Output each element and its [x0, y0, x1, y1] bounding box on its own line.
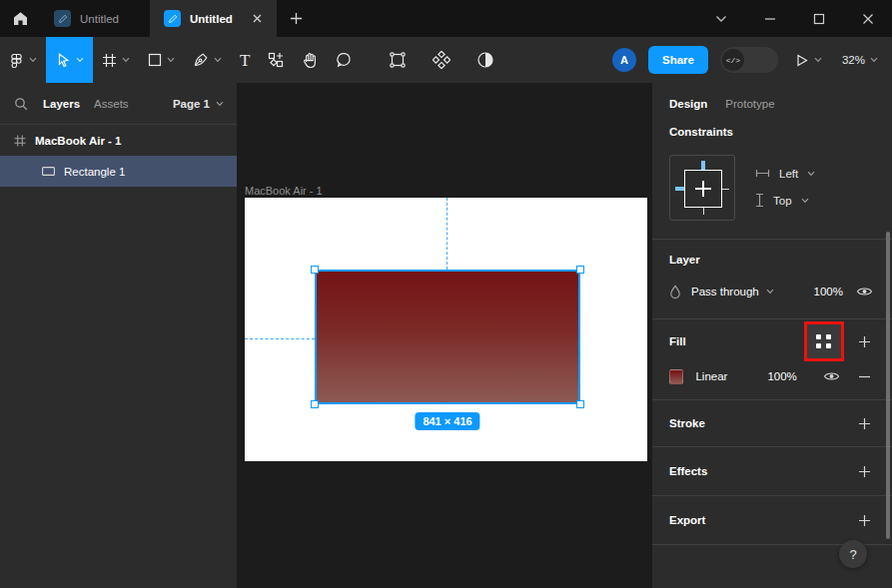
chevron-down-icon [29, 57, 37, 63]
mask-button[interactable] [474, 49, 496, 71]
chevron-down-icon [814, 57, 822, 63]
tab-assets[interactable]: Assets [94, 98, 129, 110]
move-cursor-icon [55, 52, 71, 68]
present-button[interactable] [790, 53, 826, 68]
frame-layer-icon [14, 135, 26, 147]
help-button[interactable]: ? [839, 540, 867, 568]
add-effect-button[interactable] [853, 460, 875, 482]
tab-prototype[interactable]: Prototype [725, 98, 774, 110]
plus-icon [290, 12, 303, 25]
alignment-guide-horizontal [245, 338, 315, 339]
effects-section: Effects [652, 447, 892, 495]
layers-panel-header: Layers Assets Page 1 [0, 83, 237, 125]
layers-panel: Layers Assets Page 1 MacBook Air - 1 Rec… [0, 83, 237, 588]
create-component-button[interactable] [431, 49, 452, 71]
chevron-down-icon [216, 101, 224, 107]
figma-file-icon [54, 10, 71, 27]
zoom-level-control[interactable]: 32% [838, 54, 882, 66]
resize-handle-top-right[interactable] [576, 266, 584, 274]
tab-close-icon[interactable] [252, 13, 263, 24]
tab-layers[interactable]: Layers [43, 98, 80, 110]
constraints-widget[interactable] [669, 155, 735, 221]
maximize-button[interactable] [794, 0, 843, 37]
avatar[interactable]: A [612, 48, 636, 72]
chevron-down-icon [801, 198, 809, 204]
resize-handle-bottom-left[interactable] [311, 400, 319, 408]
layer-name: Rectangle 1 [64, 166, 125, 178]
minimize-button[interactable] [745, 0, 794, 37]
blend-mode-select[interactable]: Pass through [691, 286, 774, 297]
zoom-level-value: 32% [842, 54, 865, 66]
close-button[interactable] [843, 0, 892, 37]
tab-untitled-2[interactable]: Untitled [150, 0, 277, 37]
fill-title: Fill [669, 335, 686, 347]
toolbar-left-group: T [0, 37, 387, 83]
page-selector[interactable]: Page 1 [173, 98, 224, 110]
resources-tool-button[interactable] [259, 37, 293, 83]
vertical-constraint-select[interactable]: Top [755, 193, 815, 208]
chevron-down-icon [214, 57, 222, 63]
remove-fill-button[interactable] [854, 365, 875, 387]
dev-mode-icon: </> [722, 49, 744, 71]
horizontal-constraint-select[interactable]: Left [755, 168, 815, 180]
fill-visibility-eye-icon[interactable] [821, 365, 842, 387]
fill-opacity-input[interactable]: 100% [767, 370, 796, 382]
add-stroke-button[interactable] [853, 412, 875, 434]
resize-handle-bottom-right[interactable] [576, 400, 584, 408]
export-section: Export [652, 496, 892, 544]
tab-design[interactable]: Design [669, 98, 707, 110]
window-menu-chevron-button[interactable] [696, 0, 745, 37]
rectangle-icon [148, 53, 162, 67]
stroke-section: Stroke [652, 400, 892, 446]
fill-color-swatch[interactable] [669, 369, 683, 384]
frame-icon [102, 53, 117, 68]
comment-icon [336, 52, 352, 68]
frame-tool-button[interactable] [93, 37, 139, 83]
pen-tool-button[interactable] [184, 37, 231, 83]
text-tool-button[interactable]: T [231, 37, 259, 83]
resize-handle-top-left[interactable] [311, 266, 319, 274]
layer-visibility-eye-icon[interactable] [853, 281, 875, 302]
comment-tool-button[interactable] [327, 37, 361, 83]
panel-scrollbar[interactable] [886, 232, 890, 539]
canvas[interactable]: MacBook Air - 1 841 × 416 [237, 83, 652, 588]
properties-panel-tabs: Design Prototype [652, 83, 892, 125]
stroke-title: Stroke [669, 417, 705, 429]
frame-title[interactable]: MacBook Air - 1 [245, 185, 323, 197]
add-export-button[interactable] [853, 509, 875, 531]
new-tab-button[interactable] [277, 0, 317, 37]
shape-tool-button[interactable] [139, 37, 184, 83]
figma-logo-icon [9, 53, 24, 68]
chevron-down-icon [76, 57, 84, 63]
add-fill-button[interactable] [853, 330, 875, 352]
hand-tool-button[interactable] [293, 37, 327, 83]
vertical-constraint-icon [755, 193, 764, 208]
fill-type-value[interactable]: Linear [695, 370, 727, 382]
figma-file-icon [164, 10, 181, 27]
selected-rectangle[interactable] [315, 270, 580, 404]
layer-opacity-input[interactable]: 100% [814, 286, 843, 297]
rectangle-layer-icon [42, 167, 55, 176]
chevron-down-icon [807, 171, 815, 177]
home-button[interactable] [0, 0, 40, 37]
avatar-initial: A [620, 54, 628, 66]
alignment-guide-vertical [446, 198, 447, 270]
dev-mode-toggle[interactable]: </> [720, 47, 778, 73]
text-icon: T [240, 52, 250, 69]
search-icon[interactable] [13, 93, 29, 115]
tab-label: Untitled [80, 13, 119, 25]
share-button[interactable]: Share [648, 46, 708, 74]
tab-untitled-1[interactable]: Untitled [40, 0, 150, 37]
window-controls [696, 0, 892, 37]
move-tool-button[interactable] [46, 37, 93, 83]
main-menu-button[interactable] [0, 37, 46, 83]
chevron-down-icon [870, 57, 878, 63]
layer-title: Layer [669, 240, 875, 266]
play-icon [794, 53, 809, 68]
layer-row-frame[interactable]: MacBook Air - 1 [0, 125, 237, 156]
edit-object-button[interactable] [387, 49, 409, 71]
layer-row-rectangle[interactable]: Rectangle 1 [0, 156, 237, 187]
fill-styles-button-highlighted[interactable] [807, 324, 841, 358]
toolbar-middle-group [387, 49, 496, 71]
pen-icon [193, 52, 209, 68]
